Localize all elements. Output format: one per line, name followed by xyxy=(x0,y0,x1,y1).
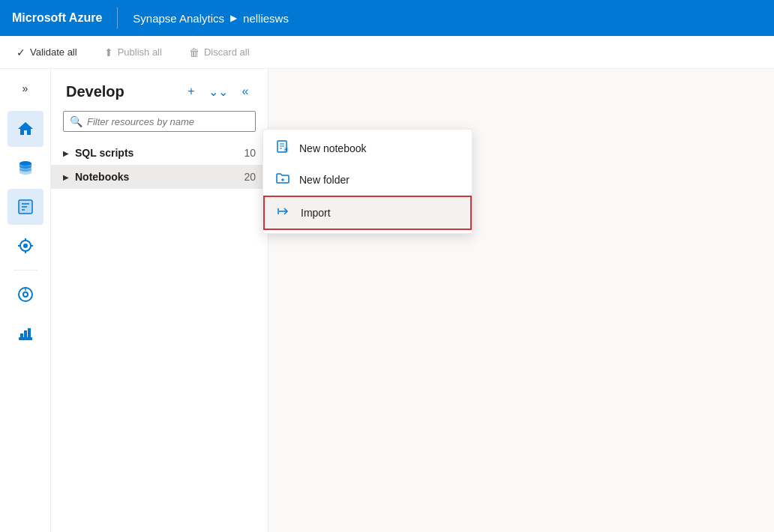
import-icon xyxy=(277,205,292,221)
folder-icon xyxy=(275,172,290,188)
sidebar-title: Develop xyxy=(66,83,124,100)
svg-rect-18 xyxy=(24,330,27,337)
add-resource-button[interactable]: + xyxy=(181,81,202,102)
sidebar-item-manage[interactable] xyxy=(8,315,44,351)
expand-icon: ▶ xyxy=(63,149,69,157)
svg-rect-19 xyxy=(28,328,31,337)
search-box[interactable]: 🔍 xyxy=(63,111,256,132)
notebook-icon xyxy=(275,140,290,157)
toolbar: ✓ Validate all ⬆ Publish all 🗑 Discard a… xyxy=(0,36,774,69)
svg-rect-17 xyxy=(20,333,23,337)
tree-item-count: 20 xyxy=(244,171,256,183)
sidebar-item-home[interactable] xyxy=(8,111,44,147)
sidebar-item-data[interactable] xyxy=(8,150,44,186)
svg-point-6 xyxy=(23,244,28,248)
tree-item-sql-scripts[interactable]: ▶ SQL scripts 10 xyxy=(51,141,268,165)
context-menu-label: New folder xyxy=(299,174,350,186)
expand-nav-button[interactable]: » xyxy=(10,75,40,102)
context-menu-import[interactable]: Import xyxy=(263,196,472,230)
sidebar-item-monitor[interactable] xyxy=(8,276,44,312)
context-menu: New notebook New folder xyxy=(262,129,472,234)
app-title: Microsoft Azure xyxy=(12,11,102,25)
tree-item-label: SQL scripts xyxy=(75,147,238,159)
upload-icon: ⬆ xyxy=(104,46,113,58)
sidebar-item-develop[interactable] xyxy=(8,189,44,225)
top-bar: Microsoft Azure Synapse Analytics ▶ nell… xyxy=(0,0,774,36)
tree-item-notebooks[interactable]: ▶ Notebooks 20 xyxy=(51,165,268,189)
breadcrumb-arrow: ▶ xyxy=(230,13,237,23)
service-name: Synapse Analytics ▶ nelliesws xyxy=(133,12,289,25)
left-nav: » xyxy=(0,69,51,532)
sort-button[interactable]: ⌄⌄ xyxy=(208,81,229,102)
sidebar-item-integrate[interactable] xyxy=(8,228,44,264)
tree-item-label: Notebooks xyxy=(75,171,238,183)
context-menu-new-folder[interactable]: New folder xyxy=(263,164,472,196)
tree-item-count: 10 xyxy=(244,147,256,159)
discard-all-button[interactable]: 🗑 Discard all xyxy=(184,43,254,61)
expand-icon: ▶ xyxy=(63,173,69,181)
top-bar-divider xyxy=(117,7,118,28)
main-layout: » xyxy=(0,69,774,532)
workspace-name: nelliesws xyxy=(243,12,289,25)
sidebar-header: Develop + ⌄⌄ « xyxy=(51,69,268,111)
context-menu-label: Import xyxy=(301,207,331,219)
context-menu-label: New notebook xyxy=(299,142,367,154)
validate-all-button[interactable]: ✓ Validate all xyxy=(12,43,82,61)
search-input[interactable] xyxy=(87,116,249,127)
nav-separator xyxy=(14,270,38,270)
sidebar: Develop + ⌄⌄ « 🔍 ▶ SQL scripts 10 xyxy=(51,69,268,532)
collapse-sidebar-button[interactable]: « xyxy=(235,81,256,102)
context-menu-new-notebook[interactable]: New notebook xyxy=(263,133,472,164)
svg-point-14 xyxy=(24,293,27,296)
checkmark-icon: ✓ xyxy=(16,46,26,58)
svg-rect-16 xyxy=(19,337,32,340)
search-icon: 🔍 xyxy=(70,115,82,127)
publish-all-button[interactable]: ⬆ Publish all xyxy=(100,43,166,61)
sidebar-actions: + ⌄⌄ « xyxy=(181,81,256,102)
trash-icon: 🗑 xyxy=(189,46,200,58)
